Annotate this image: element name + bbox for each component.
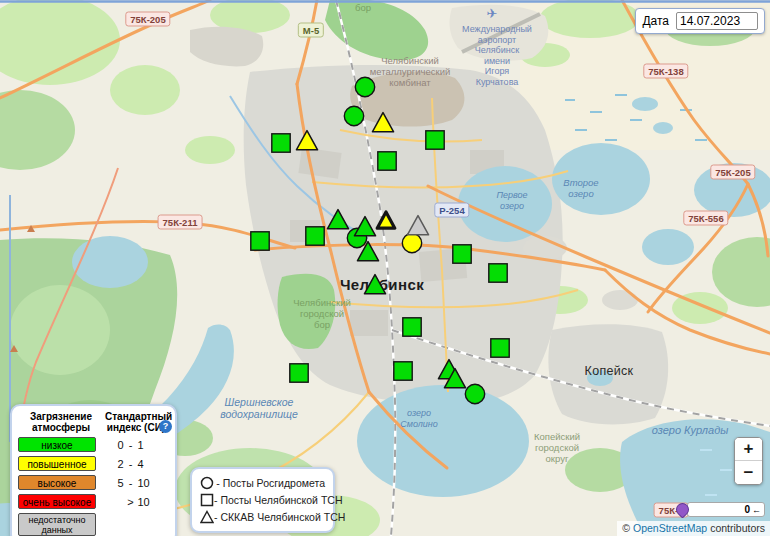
- date-input[interactable]: [676, 12, 758, 30]
- marker-legend-row-square: - Посты Челябинской ТСН: [200, 492, 325, 508]
- marker-square-green[interactable]: [488, 263, 508, 283]
- legend-col2-header: Стандартный индекс (СИ): [105, 411, 167, 433]
- legend-row-no-data: недостаточно данных: [18, 513, 169, 536]
- legend-swatch-very-high: очень высокое: [18, 494, 96, 509]
- legend-swatch-low: низкое: [18, 437, 96, 452]
- marker-square-green[interactable]: [271, 133, 291, 153]
- legend-row-very-high: очень высокое >10: [18, 494, 169, 509]
- airport-icon: ✈: [487, 6, 498, 21]
- measure-arrow-icon: ←: [752, 505, 761, 515]
- marker-square-green[interactable]: [393, 361, 413, 381]
- legend-row-elevated: повышенное 2-4: [18, 456, 169, 471]
- map-attribution: © OpenStreetMap contributors: [617, 521, 770, 536]
- date-label: Дата: [642, 14, 669, 28]
- marker-circle-green[interactable]: [464, 383, 486, 405]
- marker-square-green[interactable]: [250, 231, 270, 251]
- marker-legend-row-triangle: - СККАВ Челябинской ТСН: [200, 509, 325, 525]
- measure-value: 0: [744, 504, 750, 515]
- info-icon[interactable]: ?: [159, 420, 172, 433]
- marker-triangle-yellow[interactable]: [374, 209, 398, 231]
- square-outline-icon: [200, 493, 214, 507]
- marker-legend-label: - Посты Челябинской ТСН: [214, 494, 342, 506]
- marker-square-green[interactable]: [490, 338, 510, 358]
- marker-triangle-yellow[interactable]: [295, 129, 319, 151]
- measure-control[interactable]: 0 ←: [676, 502, 765, 517]
- marker-circle-green[interactable]: [343, 105, 365, 127]
- marker-legend-label: - Посты Росгидромета: [216, 477, 325, 489]
- circle-outline-icon: [200, 476, 216, 490]
- pollution-legend-panel: Загрязнение атмосферы Стандартный индекс…: [10, 404, 177, 536]
- legend-swatch-no-data: недостаточно данных: [18, 513, 96, 536]
- marker-square-green[interactable]: [452, 244, 472, 264]
- legend-row-high: высокое 5-10: [18, 475, 169, 490]
- legend-row-low: низкое 0-1: [18, 437, 169, 452]
- marker-legend-label: - СККАВ Челябинской ТСН: [214, 511, 345, 523]
- marker-triangle-yellow[interactable]: [371, 111, 395, 133]
- marker-legend-row-circle: - Посты Росгидромета: [200, 475, 325, 491]
- legend-swatch-high: высокое: [18, 475, 96, 490]
- attribution-suffix: contributors: [710, 522, 765, 534]
- marker-legend-panel: - Посты Росгидромета - Посты Челябинской…: [190, 467, 335, 533]
- date-control: Дата: [635, 8, 765, 34]
- marker-triangle-green[interactable]: [326, 208, 350, 230]
- air-pollution-map-app: ЧелябинскКопейскШершневскоеводохранилище…: [0, 0, 770, 536]
- osm-link[interactable]: OpenStreetMap: [633, 522, 707, 534]
- marker-circle-green[interactable]: [354, 76, 376, 98]
- marker-triangle-green[interactable]: [363, 273, 387, 295]
- copyright-symbol: ©: [622, 522, 630, 534]
- legend-col1-header: Загрязнение атмосферы: [18, 411, 104, 433]
- zoom-out-button[interactable]: −: [735, 461, 762, 484]
- zoom-in-button[interactable]: +: [735, 438, 762, 461]
- marker-square-green[interactable]: [402, 317, 422, 337]
- legend-swatch-elevated: повышенное: [18, 456, 96, 471]
- marker-square-green[interactable]: [425, 130, 445, 150]
- marker-triangle-gray[interactable]: [406, 214, 430, 236]
- measure-bar[interactable]: 0 ←: [687, 502, 765, 517]
- marker-square-green[interactable]: [377, 151, 397, 171]
- zoom-control: + −: [734, 437, 763, 485]
- marker-square-green[interactable]: [289, 363, 309, 383]
- triangle-outline-icon: [200, 510, 214, 524]
- marker-square-green[interactable]: [305, 226, 325, 246]
- marker-triangle-green[interactable]: [443, 367, 467, 389]
- marker-triangle-green[interactable]: [356, 240, 380, 262]
